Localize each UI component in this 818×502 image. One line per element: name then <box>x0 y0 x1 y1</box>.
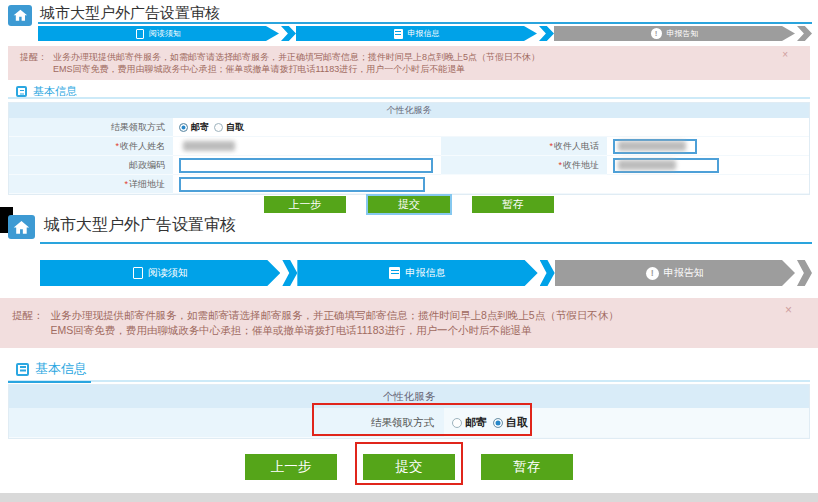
notice-label: 提醒： <box>12 308 44 338</box>
notice-line-1: 业务办理现提供邮寄件服务，如需邮寄请选择邮寄服务，并正确填写邮寄信息；揽件时间早… <box>53 51 540 63</box>
radio-mail-button[interactable] <box>179 123 188 132</box>
page-title: 城市大型户外广告设置审核 <box>40 4 220 23</box>
detail-address-cell <box>173 175 809 194</box>
step-label: 申报信息 <box>408 28 440 39</box>
radio-pickup-button[interactable] <box>214 123 223 132</box>
prev-step-button[interactable]: 上一步 <box>245 454 337 480</box>
notice-line-2: EMS回寄免费，费用由聊城政务中心承担；催单或撤单请拨打电话11183进行，用户… <box>51 323 619 338</box>
step-item-declare-info[interactable]: 申报信息 <box>297 260 554 286</box>
result-method-options: 邮寄 自取 <box>173 118 809 137</box>
blurred-value <box>183 141 235 151</box>
chevron-right-icon <box>540 260 555 286</box>
chevron-right-icon <box>282 260 297 286</box>
page-title: 城市大型户外广告设置审核 <box>44 215 236 236</box>
step-label: 申报告知 <box>664 266 704 280</box>
chevron-right-icon <box>281 26 296 41</box>
house-glyph <box>12 8 29 23</box>
close-icon[interactable]: × <box>785 304 792 316</box>
radio-pickup-option[interactable]: 自取 <box>493 415 528 430</box>
radio-pickup-option[interactable]: 自取 <box>214 121 244 134</box>
step-item-declare-notify[interactable]: !申报告知 <box>555 260 812 286</box>
field-label-recipient-phone: *收件人电话 <box>441 137 607 156</box>
table-group-header: 个性化服务 <box>9 385 809 408</box>
info-icon: ! <box>651 28 662 39</box>
field-label-postal-code: 邮政编码 <box>9 156 173 175</box>
radio-mail-option[interactable]: 邮寄 <box>452 415 487 430</box>
notice-banner: 提醒： 业务办理现提供邮寄件服务，如需邮寄请选择邮寄服务，并正确填写邮寄信息；揽… <box>8 46 810 80</box>
receive-address-input[interactable] <box>613 158 719 173</box>
house-glyph <box>12 219 31 236</box>
notice-label: 提醒： <box>20 51 47 75</box>
basic-info-section-header: 基本信息 <box>8 360 810 382</box>
notice-banner: 提醒： 业务办理现提供邮寄件服务，如需邮寄请选择邮寄服务，并正确填写邮寄信息；揽… <box>0 298 818 348</box>
step-item-declare-info[interactable]: 申报信息 <box>296 26 554 41</box>
notice-line-1: 业务办理现提供邮寄件服务，如需邮寄请选择邮寄服务，并正确填写邮寄信息；揽件时间早… <box>51 308 619 323</box>
field-label-detail-address: *详细地址 <box>9 175 173 194</box>
radio-mail-button[interactable] <box>452 418 462 428</box>
postal-code-cell <box>173 156 441 175</box>
section-title: 基本信息 <box>35 360 87 378</box>
chevron-right-icon <box>797 260 812 286</box>
postal-code-input[interactable] <box>179 158 433 173</box>
blurred-value <box>618 160 676 170</box>
radio-pickup-button[interactable] <box>493 418 503 428</box>
recipient-phone-cell <box>607 137 809 156</box>
field-label-result-method: 结果领取方式 <box>9 408 444 438</box>
form-section-icon <box>16 86 27 97</box>
chevron-right-icon <box>797 26 812 41</box>
step-label: 阅读须知 <box>149 28 181 39</box>
form-action-buttons: 上一步 提交 暂存 <box>8 454 810 480</box>
radio-mail-option[interactable]: 邮寄 <box>179 121 209 134</box>
result-method-options: 邮寄 自取 <box>444 408 809 438</box>
close-icon[interactable]: × <box>782 50 788 60</box>
form-icon <box>394 29 403 39</box>
chevron-right-icon <box>539 26 554 41</box>
step-item-read-notice[interactable]: 阅读须知 <box>40 260 297 286</box>
document-icon <box>136 29 144 39</box>
field-label-recipient-name: *收件人姓名 <box>9 137 173 156</box>
document-icon <box>133 267 143 279</box>
submit-button[interactable]: 提交 <box>363 454 455 480</box>
panel-top-screenshot: 城市大型户外广告设置审核 阅读须知 申报信息 !申报告知 提醒： 业务办理现提供… <box>0 0 818 207</box>
basic-info-table: 个性化服务 结果领取方式 邮寄 自取 <box>8 384 810 439</box>
form-section-icon <box>16 363 29 376</box>
home-icon[interactable] <box>8 5 32 26</box>
home-icon[interactable] <box>8 215 35 239</box>
step-label: 申报信息 <box>405 266 445 280</box>
step-progress-bar: 阅读须知 申报信息 !申报告知 <box>38 26 812 41</box>
basic-info-section-header: 基本信息 <box>8 84 810 99</box>
form-icon <box>389 267 400 279</box>
step-label: 申报告知 <box>667 28 699 39</box>
recipient-name-field[interactable] <box>173 137 441 156</box>
panel-bottom-screenshot: 城市大型户外广告设置审核 阅读须知 申报信息 !申报告知 提醒： 业务办理现提供… <box>0 207 818 502</box>
notice-line-2: EMS回寄免费，费用由聊城政务中心承担；催单或撤单请拨打电话11183进行，用户… <box>53 63 540 75</box>
field-label-result-method: 结果领取方式 <box>9 118 173 137</box>
title-underline <box>40 242 812 244</box>
receive-address-cell <box>607 156 809 175</box>
table-group-header: 个性化服务 <box>9 103 809 118</box>
title-underline <box>38 22 812 24</box>
step-item-read-notice[interactable]: 阅读须知 <box>38 26 296 41</box>
bottom-gray-strip <box>0 493 818 502</box>
step-item-declare-notify[interactable]: !申报告知 <box>554 26 812 41</box>
info-icon: ! <box>646 267 659 280</box>
step-label: 阅读须知 <box>148 266 188 280</box>
save-draft-button[interactable]: 暂存 <box>481 454 573 480</box>
blurred-value <box>618 141 686 151</box>
section-title: 基本信息 <box>33 84 77 99</box>
recipient-phone-input[interactable] <box>613 139 697 154</box>
basic-info-table: 个性化服务 结果领取方式 邮寄 自取 *收件人姓名 *收件人电话 邮政编码 *收… <box>8 102 810 195</box>
detail-address-input[interactable] <box>179 177 425 192</box>
field-label-receive-address: *收件地址 <box>441 156 607 175</box>
step-progress-bar: 阅读须知 申报信息 !申报告知 <box>40 260 812 286</box>
